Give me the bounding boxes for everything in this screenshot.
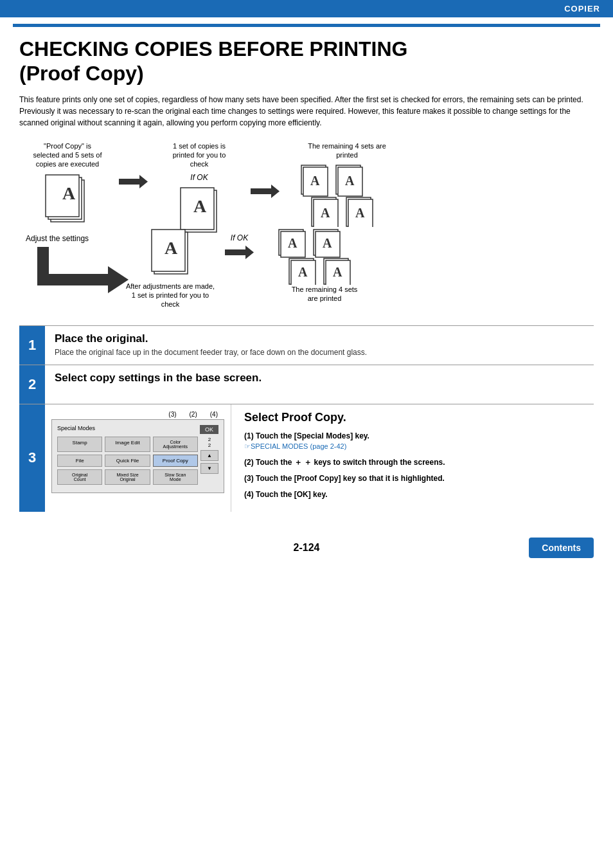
btn-original-count[interactable]: Original Count [57,469,102,485]
page-num-display: 22 [200,437,218,448]
l-arrow [26,247,129,298]
svg-text:A: A [288,236,298,250]
svg-text:A: A [164,238,178,258]
step-1-title: Place the original. [55,332,584,345]
btn-file[interactable]: File [57,455,102,467]
ui-main-area: Stamp Image Edit Color Adjustments File … [57,437,218,487]
svg-marker-8 [251,185,280,198]
header-bar: COPIER [0,0,613,17]
svg-text:A: A [333,265,342,279]
cell5-label: The remaining 4 sets are printed [289,285,360,303]
step-2-content: Select copy settings in the base screen. [45,365,594,404]
ui-row-3: Original Count Mixed Size Original Slow … [57,469,198,485]
nav-down-btn[interactable]: ▼ [200,463,218,474]
arrow-3-section: If OK [225,233,254,260]
ui-mockup[interactable]: Special Modes OK Stamp Image Edit Color … [51,419,224,493]
intro-text: This feature prints only one set of copi… [19,94,594,129]
svg-rect-22 [37,274,108,285]
paper-stack-large-2: A A A A [276,227,373,285]
inst-3-text: Touch the [Proof Copy] key so that it is… [256,474,445,483]
select-proof-title: Select Proof Copy. [244,411,581,424]
svg-marker-27 [225,246,254,259]
diagram-top-row: "Proof Copy" is selected and 5 sets of c… [19,141,594,237]
ui-row-2: File Quick File Proof Copy [57,455,198,467]
if-ok-1: If OK [190,173,208,182]
inst-2-text: Touch the ＋ ＋ keys to switch through the… [256,458,445,467]
header-label: COPIER [564,4,600,14]
cell1-label: "Proof Copy" is selected and 5 sets of c… [32,141,103,169]
inst-2-num: (2) [244,458,254,467]
ok-button-ui[interactable]: OK [200,425,218,434]
marker-2: (2) [190,411,197,418]
step-1-desc: Place the original face up in the docume… [55,348,584,357]
instruction-4: (4) Touch the [OK] key. [244,489,581,500]
svg-text:A: A [345,174,355,188]
btn-stamp[interactable]: Stamp [57,437,102,452]
arrow-2 [251,183,280,201]
diagram-area: "Proof Copy" is selected and 5 sets of c… [19,141,594,312]
footer: 2-124 Contents [0,531,613,565]
svg-text:A: A [355,206,365,220]
inst-4-text: Touch the [OK] key. [256,490,328,499]
main-content: CHECKING COPIES BEFORE PRINTING(Proof Co… [0,27,613,525]
inst-4-num: (4) [244,490,254,499]
nav-up-btn[interactable]: ▲ [200,450,218,461]
diagram-bottom-section: Adjust the settings A After [19,227,594,312]
btn-mixed-size[interactable]: Mixed Size Original [105,469,150,485]
special-modes-label: Special Modes [57,425,95,434]
svg-text:A: A [323,236,332,250]
step-3-content: (3) (2) (4) Special Modes OK Stamp [45,404,594,512]
cell2-label: 1 set of copies is printed for you to ch… [164,141,235,169]
contents-button[interactable]: Contents [529,538,594,558]
btn-image-edit[interactable]: Image Edit [105,437,150,452]
arrow-right-3 [225,244,254,260]
inst-1-num: (1) [244,431,254,440]
adjust-label: Adjust the settings [26,233,89,244]
arrow-right-2 [251,183,280,199]
step-2-title: Select copy settings in the base screen. [55,372,584,384]
svg-text:A: A [310,174,320,188]
diagram-cell-3: The remaining 4 sets are printed A A A [283,141,411,228]
step-1: 1 Place the original. Place the original… [19,325,594,365]
special-modes-link[interactable]: ☞SPECIAL MODES (page 2-42) [244,442,346,450]
diagram-cell-2: 1 set of copies is printed for you to ch… [151,141,247,237]
instruction-3: (3) Touch the [Proof Copy] key so that i… [244,473,581,484]
footer-right: Contents [319,538,594,558]
step-1-content: Place the original. Place the original f… [45,326,594,365]
if-ok-2: If OK [231,233,248,242]
btn-slow-scan[interactable]: Slow Scan Mode [153,469,198,485]
svg-text:A: A [193,196,207,216]
btn-proof-copy[interactable]: Proof Copy [153,455,198,467]
adjust-section: Adjust the settings [19,227,116,299]
step-3: 3 (3) (2) (4) Special Modes OK [19,404,594,512]
paper-stack-3: A [148,227,193,278]
arrow-1 [119,174,148,192]
step-1-number: 1 [19,326,45,365]
step-3-instructions: Select Proof Copy. (1) Touch the [Specia… [231,404,594,512]
cell3-label: The remaining 4 sets are printed [305,141,389,160]
marker-3: (3) [168,411,176,418]
ui-top-bar: Special Modes OK [57,425,218,434]
arrow-right-1 [119,174,148,190]
cell4-label: After adjustments are made, 1 set is pri… [125,282,215,309]
steps-section: 1 Place the original. Place the original… [19,325,594,512]
instruction-1: (1) Touch the [Special Modes] key. ☞SPEC… [244,431,581,453]
step-2: 2 Select copy settings in the base scree… [19,365,594,404]
instruction-2: (2) Touch the ＋ ＋ keys to switch through… [244,457,581,468]
marker-4: (4) [210,411,218,418]
step-3-ui-panel: (3) (2) (4) Special Modes OK Stamp [45,404,231,512]
inst-1-text: Touch the [Special Modes] key. [256,431,369,440]
diagram-cell-4: A After adjustments are made, 1 set is p… [116,227,225,312]
inst-3-num: (3) [244,474,254,483]
paper-stack-1: A [42,172,93,227]
diagram-cell-5: A A A A The remaining 4 sets are printed [260,227,389,307]
btn-quick-file[interactable]: Quick File [105,455,150,467]
page-number: 2-124 [294,542,320,554]
ui-row-1: Stamp Image Edit Color Adjustments [57,437,198,452]
paper-stack-large-1: A A A A [299,163,395,227]
ui-buttons-col: Stamp Image Edit Color Adjustments File … [57,437,198,487]
btn-color-adj[interactable]: Color Adjustments [153,437,198,452]
diagram-cell-1: "Proof Copy" is selected and 5 sets of c… [19,141,116,227]
step-3-number: 3 [19,404,45,512]
svg-text:A: A [62,183,76,203]
